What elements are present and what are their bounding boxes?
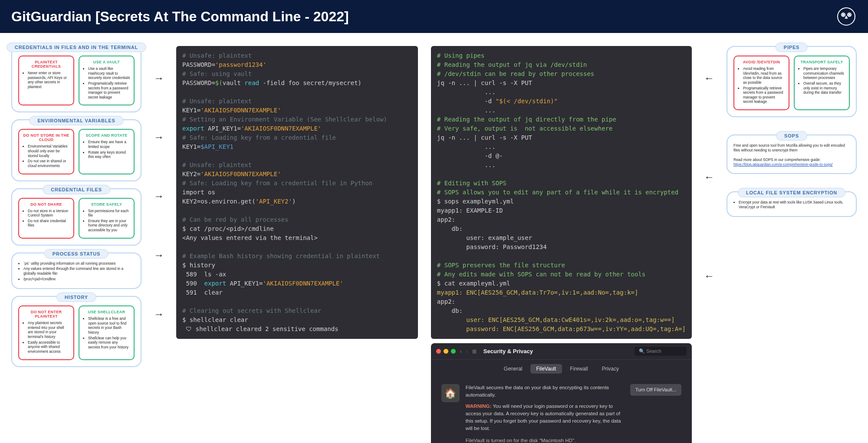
box-title: PLAINTEXT CREDENTIALS [23,60,70,69]
box-title: AVOID /DEV/STDIN [738,60,785,64]
card-label: PROCESS STATUS [44,249,108,259]
box-point: Programatically retrieve secrets from a … [743,86,785,105]
green-box: USE SHELLCLEARShellclear is a free and o… [79,305,135,360]
turn-off-filevault-button[interactable]: Turn Off FileVault... [630,384,681,396]
zoom-icon[interactable] [451,349,456,354]
svg-point-3 [843,14,844,16]
green-box: SCOPE AND ROTATEEnsure they are have a l… [79,129,135,174]
box-title: STORE SAFELY [83,202,130,207]
box-point: Programatically retreive secrets from a … [88,81,130,100]
nav-fwd-icon[interactable]: › [466,348,468,354]
grid-icon[interactable]: ⊞ [472,348,477,354]
card-label: CREDENTIALS IN FILES AND IN THE TERMINAL [7,43,146,52]
red-box: PLAINTEXT CREDENTIALSNever enter or stor… [18,56,74,105]
box-point: Ensure they are have a limited scope [88,140,130,149]
tab-general[interactable]: General [498,364,529,374]
tab-filevault[interactable]: FileVault [530,364,562,374]
nav-back-icon[interactable]: ‹ [460,348,462,354]
title-suffix: [Secrets At The Command Line - 2022] [95,9,349,24]
right-cards-column: PIPESAVOID /DEV/STDINAvoid reading from … [727,46,857,217]
info-card: CREDENTIALS IN FILES AND IN THE TERMINAL… [11,46,141,112]
box-point: Environmental Variables should only ever… [28,144,70,158]
box-point: Avoid reading from /dev/stdin, read from… [743,66,785,85]
filevault-titlebar: ‹ › ⊞ Security & Privacy 🔍 Search [431,343,692,360]
box-point: Easily accessible to anyone with shared … [28,340,70,354]
info-card: ENVIRONMENTAL VARIABLESDO NOT STORE IN T… [11,119,141,181]
red-box: DO NOT STORE IN THE CLOUDEnvironmental V… [18,129,74,174]
box-point: Set permissions for each file [88,209,130,218]
box-title: DO NOT SHARE [23,202,70,207]
box-point: Ensure they are in your home directory a… [88,219,130,233]
warning-label: WARNING: [466,404,491,409]
card-label: CREDENTIAL FILES [43,185,110,194]
tab-firewall[interactable]: Firewall [564,364,594,374]
card-label: ENVIRONMENTAL VARIABLES [29,116,123,125]
close-icon[interactable] [436,349,441,354]
box-point: Rotate any keys stored this way often [88,150,130,159]
box-point: Do not store in a Version Control System [28,209,70,218]
filevault-window: ‹ › ⊞ Security & Privacy 🔍 Search Genera… [431,343,692,443]
info-card: HISTORYDO NOT ENTER PLAINTEXTAny plainte… [11,296,141,367]
box-point: Never enter or store passwords, API Keys… [28,71,70,89]
red-box: DO NOT ENTER PLAINTEXTAny plaintext secr… [18,305,74,360]
arrow-right-icon: → [154,308,164,320]
box-point: Overall secure, as they only exist in me… [803,81,845,95]
filevault-desc: FileVault secures the data on your disk … [466,384,624,399]
info-card: PROCESS STATUS`ps` utility providing inf… [11,253,141,289]
arrow-left-icon: ← [704,72,714,84]
card-body: Free and open source tool from Mozilla a… [733,141,850,167]
info-card: SOPSFree and open source tool from Mozil… [727,135,857,174]
left-cards-column: CREDENTIALS IN FILES AND IN THE TERMINAL… [11,46,141,367]
page-title: GitGuardian [Secrets At The Command Line… [11,9,349,25]
filevault-disk-icon: 🏠 [441,384,460,402]
green-box: USE A VAULTUse a vault like Hashicorp Va… [79,56,135,105]
search-input[interactable]: 🔍 Search [635,347,687,356]
box-point: Do not use in shared or cloud environmen… [28,159,70,168]
box-title: DO NOT STORE IN THE CLOUD [23,133,70,142]
terminals: # Unsafe: plaintext PASSWORD='password12… [176,46,692,443]
terminal-left: # Unsafe: plaintext PASSWORD='password12… [176,46,418,339]
info-card: CREDENTIAL FILESDO NOT SHAREDo not store… [11,188,141,246]
arrow-right-icon: → [154,249,164,261]
arrows-left: → → → → → [150,46,168,320]
card-body: `ps` utility providing information on al… [18,259,135,282]
arrow-right-icon: → [154,72,164,84]
info-card: PIPESAVOID /DEV/STDINAvoid reading from … [727,46,857,117]
box-point: Shellclear is a free and open source too… [88,316,130,335]
arrows-right: ← ← ← [700,46,718,282]
box-point: Do not share credential files [28,219,70,228]
red-box: DO NOT SHAREDo not store in a Version Co… [18,198,74,239]
filevault-title: Security & Privacy [483,348,533,354]
header: GitGuardian [Secrets At The Command Line… [0,0,868,33]
box-title: USE SHELLCLEAR [83,310,130,314]
brand-name: GitGuardian [11,9,92,24]
box-title: TRANSPORT SAFELY [798,60,845,64]
card-label: SOPS [776,131,807,141]
filevault-status-1: FileVault is turned on for the disk "Mac… [466,437,681,443]
card-label: PIPES [776,43,808,52]
green-box: STORE SAFELYSet permissions for each fil… [79,198,135,239]
card-label: LOCAL FILE SYSTEM ENCRYPTION [738,188,845,197]
box-title: SCOPE AND ROTATE [83,133,130,138]
owl-logo-icon [836,6,857,27]
box-point: Use a vault like Hashicorp Vault to secu… [88,66,130,80]
card-body: Encrypt your data at rest with tools lik… [733,197,850,209]
arrow-right-icon: → [154,190,164,202]
box-point: Shellclear can help you easily remove an… [88,336,130,350]
tab-privacy[interactable]: Privacy [596,364,625,374]
box-point: Any plaintext secrets entered into your … [28,321,70,339]
card-label: HISTORY [56,292,96,302]
box-title: USE A VAULT [83,60,130,64]
svg-point-4 [849,14,850,16]
red-box: AVOID /DEV/STDINAvoid reading from /dev/… [733,56,789,110]
arrow-left-icon: ← [704,270,714,282]
arrow-right-icon: → [154,131,164,143]
box-point: Pipes are temporary communication channe… [803,66,845,80]
minimize-icon[interactable] [444,349,448,354]
box-title: DO NOT ENTER PLAINTEXT [23,310,70,318]
green-box: TRANSPORT SAFELYPipes are temporary comm… [794,56,850,110]
arrow-left-icon: ← [704,171,714,183]
info-card: LOCAL FILE SYSTEM ENCRYPTIONEncrypt your… [727,191,857,217]
terminal-right: # Using pipes # Reading the output of jq… [431,46,692,339]
